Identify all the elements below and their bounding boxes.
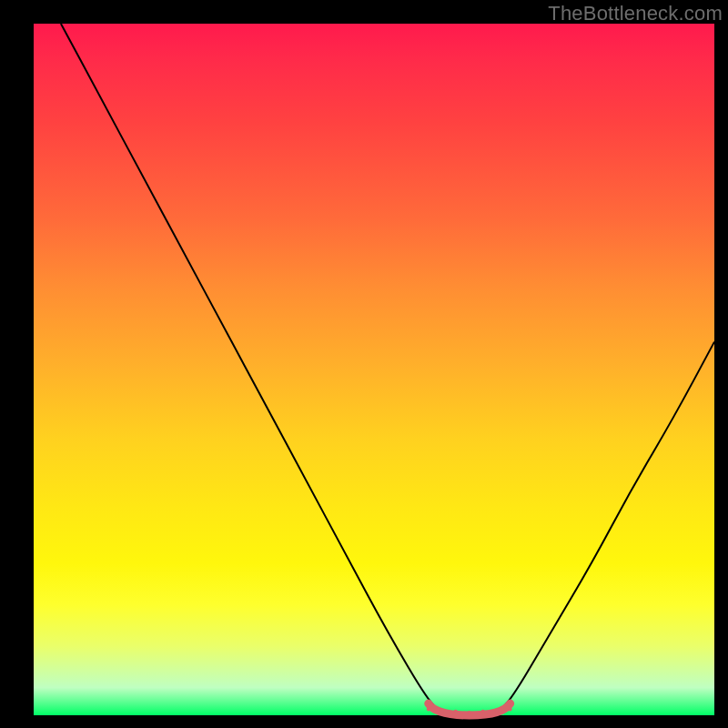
chart-frame: TheBottleneck.com [0, 0, 728, 728]
trough-marker-dot [468, 711, 471, 714]
trough-marker-dot [440, 709, 444, 713]
chart-curve [61, 24, 714, 715]
trough-marker-dot [509, 707, 512, 711]
trough-marker-dot [481, 710, 485, 713]
trough-marker-dot [427, 707, 430, 711]
trough-marker-dot [495, 709, 499, 713]
watermark-label: TheBottleneck.com [548, 2, 723, 25]
trough-marker-dot [454, 710, 458, 713]
chart-svg [0, 0, 728, 728]
